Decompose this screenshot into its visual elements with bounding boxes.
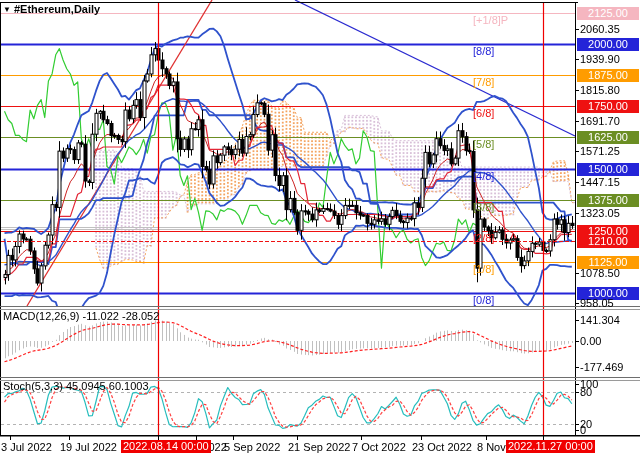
chart-title: ▼ #Ethereum,Daily — [3, 3, 100, 16]
date-axis-label: 5 Sep 2022 — [224, 441, 280, 453]
price-axis-tick: 1939.90 — [580, 54, 620, 65]
macd-axis-tick: 0.00 — [580, 336, 601, 347]
price-axis-tick: 1571.25 — [580, 146, 620, 157]
price-axis-murrey-badge: 1375.00 — [577, 194, 639, 207]
macd-axis-tick: -177.469 — [580, 362, 623, 373]
stoch-axis-tick: 0 — [580, 425, 586, 436]
price-axis-tick: 2060.35 — [580, 24, 620, 35]
chart-window: ▼ #Ethereum,Daily MACD(12,26,9) -11.022 … — [0, 0, 640, 457]
stoch-axis-tick: 80 — [580, 387, 592, 398]
murrey-label: [0/8] — [473, 295, 494, 306]
murrey-label: [1/8] — [473, 264, 494, 275]
date-axis-label: 23 Oct 2022 — [412, 441, 472, 453]
murrey-label: [8/8] — [473, 46, 494, 57]
price-axis-tick: 1078.50 — [580, 268, 620, 279]
price-axis-tick: 1447.15 — [580, 177, 620, 188]
date-axis-label: 7 Oct 2022 — [352, 441, 406, 453]
murrey-label: [5/8] — [473, 139, 494, 150]
price-axis-murrey-badge: 1875.00 — [577, 69, 639, 82]
price-axis-tick: 1691.70 — [580, 116, 620, 127]
bid-price-badge: 1210.00 — [577, 235, 639, 248]
macd-axis-tick: 141.304 — [580, 315, 620, 326]
date-axis-vline-badge: 2022.11.27 00:00 — [506, 440, 595, 453]
murrey-label: [2/8] — [473, 233, 494, 244]
murrey-label: [4/8] — [473, 171, 494, 182]
murrey-label: [6/8] — [473, 108, 494, 119]
symbol-dropdown-icon[interactable]: ▼ — [3, 5, 11, 14]
price-axis-tick: 958.05 — [580, 298, 614, 309]
murrey-label: [+1/8]P — [473, 15, 508, 26]
stoch-indicator-label: Stoch(5,3,3) 45.0945 60.1003 — [3, 380, 149, 392]
price-axis-murrey-badge: 1750.00 — [577, 100, 639, 113]
date-axis-label: 21 Sep 2022 — [288, 441, 350, 453]
macd-indicator-label: MACD(12,26,9) -11.022 -28.052 — [3, 310, 159, 322]
price-axis-murrey-badge: 1500.00 — [577, 163, 639, 176]
price-axis-murrey-badge: 2000.00 — [577, 38, 639, 51]
chart-title-text: #Ethereum,Daily — [14, 3, 100, 15]
date-axis-label: 3 Jul 2022 — [1, 441, 52, 453]
price-axis-tick: 1323.05 — [580, 208, 620, 219]
date-axis-vline-badge: 2022.08.14 00:00 — [121, 440, 211, 453]
date-axis-label: 19 Jul 2022 — [60, 441, 117, 453]
price-axis-murrey-badge: 2125.00 — [577, 7, 639, 20]
murrey-label: [7/8] — [473, 77, 494, 88]
murrey-label: [3/8] — [473, 202, 494, 213]
price-axis-murrey-badge: 1625.00 — [577, 131, 639, 144]
price-axis-tick: 1815.80 — [580, 85, 620, 96]
